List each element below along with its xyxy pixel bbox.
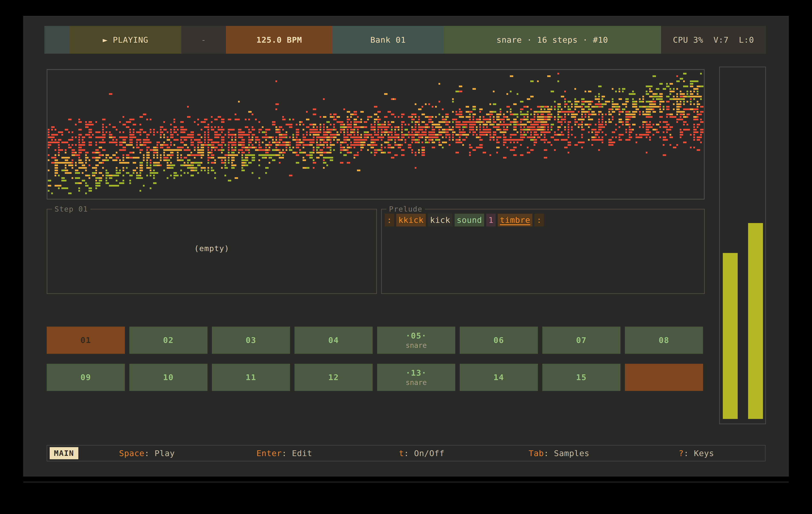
- step-button-label: 07: [576, 336, 587, 344]
- pattern-scatter-canvas: [47, 70, 704, 199]
- step-button-02[interactable]: 02: [129, 327, 207, 354]
- step-button-12[interactable]: 12: [294, 364, 373, 391]
- hint-key: Enter: [257, 449, 282, 458]
- level-meter-right: [748, 223, 763, 419]
- step-button-14[interactable]: 14: [460, 364, 538, 391]
- step-button-label: 01: [81, 336, 91, 344]
- step-button-11[interactable]: 11: [212, 364, 290, 391]
- hint-label: : Play: [144, 449, 175, 458]
- step-button-sample-name: snare: [406, 379, 427, 386]
- mode-badge: MAIN: [50, 447, 78, 459]
- step-button-15[interactable]: 15: [542, 364, 620, 391]
- step-button-01[interactable]: 01: [47, 327, 125, 354]
- step-button-07[interactable]: 07: [542, 327, 620, 354]
- step-grid-row-2: 09101112·13·snare1415: [47, 364, 707, 391]
- window-shadow-line: [23, 482, 789, 482]
- step-button-label: 06: [493, 336, 504, 344]
- hint-onoff: t: On/Off: [353, 449, 490, 458]
- topbar-segment-track-info[interactable]: snare · 16 steps · #10: [443, 26, 661, 54]
- step-button-16[interactable]: [625, 364, 703, 391]
- topbar-segment-indicator[interactable]: -: [181, 26, 226, 54]
- top-status-bar: ► PLAYING-125.0 BPMBank 01snare · 16 ste…: [45, 26, 766, 54]
- prelude-panel: Prelude :kkickkicksound1timbre:: [381, 205, 705, 294]
- hint-key: Space: [119, 449, 144, 458]
- topbar-segment-play-state[interactable]: ► PLAYING: [70, 26, 181, 54]
- step-button-05[interactable]: ·05·snare: [377, 327, 455, 354]
- hint-key: ?: [679, 449, 684, 458]
- step-button-sample-name: snare: [406, 342, 427, 349]
- step-grid-row-1: 01020304·05·snare060708: [47, 327, 707, 354]
- hint-label: : Samples: [544, 449, 589, 458]
- step-button-label: 11: [246, 373, 256, 381]
- hint-samples: Tab: Samples: [490, 449, 628, 458]
- step-button-09[interactable]: 09: [47, 364, 125, 391]
- code-token-sound[interactable]: sound: [455, 214, 484, 226]
- hint-label: : Keys: [684, 449, 714, 458]
- step-button-06[interactable]: 06: [460, 327, 538, 354]
- hint-label: : Edit: [282, 449, 312, 458]
- prelude-code-line[interactable]: :kkickkicksound1timbre:: [385, 214, 546, 226]
- app-window: ► PLAYING-125.0 BPMBank 01snare · 16 ste…: [23, 16, 789, 477]
- step-button-label: 04: [328, 336, 339, 344]
- hint-keys: ?: Keys: [628, 449, 765, 458]
- step-button-08[interactable]: 08: [625, 327, 703, 354]
- step-button-label: 08: [659, 336, 669, 344]
- step-panel-title: Step 01: [52, 205, 90, 213]
- step-button-10[interactable]: 10: [129, 364, 207, 391]
- code-token-timbre[interactable]: timbre: [498, 214, 532, 226]
- hint-play: Space: Play: [78, 449, 216, 458]
- step-button-03[interactable]: 03: [212, 327, 290, 354]
- level-meter-left: [723, 253, 738, 419]
- step-button-label: 12: [328, 373, 339, 381]
- pattern-display: [47, 69, 704, 200]
- topbar-segment-cpu-stats[interactable]: CPU 3% V:7 L:0: [661, 26, 766, 54]
- prelude-panel-title: Prelude: [386, 205, 425, 213]
- status-bar: MAIN Space: PlayEnter: Editt: On/OffTab:…: [47, 445, 765, 461]
- level-meter-panel: [719, 67, 766, 424]
- topbar-segment-bpm[interactable]: 125.0 BPM: [226, 26, 332, 54]
- step-button-label: 10: [163, 373, 174, 381]
- step-detail-panel: Step 01 (empty): [47, 205, 377, 294]
- code-token-kick[interactable]: kick: [428, 214, 453, 226]
- hint-key: t: [399, 449, 404, 458]
- keyboard-hints: Space: PlayEnter: Editt: On/OffTab: Samp…: [78, 449, 765, 458]
- step-button-label: 02: [163, 336, 174, 344]
- step-button-04[interactable]: 04: [294, 327, 373, 354]
- hint-edit: Enter: Edit: [216, 449, 353, 458]
- topbar-segment-transport-block: [45, 26, 70, 54]
- code-token-kkick[interactable]: kkick: [396, 214, 426, 226]
- step-button-label: 15: [576, 373, 587, 381]
- step-button-label: 03: [246, 336, 256, 344]
- topbar-segment-bank[interactable]: Bank 01: [332, 26, 443, 54]
- step-button-label: 14: [493, 373, 504, 381]
- hint-label: : On/Off: [404, 449, 444, 458]
- code-token-1[interactable]: 1: [486, 214, 496, 226]
- step-button-13[interactable]: ·13·snare: [377, 364, 455, 391]
- step-empty-label: (empty): [47, 213, 376, 283]
- step-button-label: 09: [81, 373, 91, 381]
- step-grid: 01020304·05·snare060708 09101112·13·snar…: [47, 327, 707, 401]
- code-token-[interactable]: :: [385, 214, 394, 226]
- step-button-label: ·05·: [406, 332, 427, 340]
- code-token-[interactable]: :: [534, 214, 544, 226]
- step-button-label: ·13·: [406, 369, 427, 377]
- hint-key: Tab: [528, 449, 544, 458]
